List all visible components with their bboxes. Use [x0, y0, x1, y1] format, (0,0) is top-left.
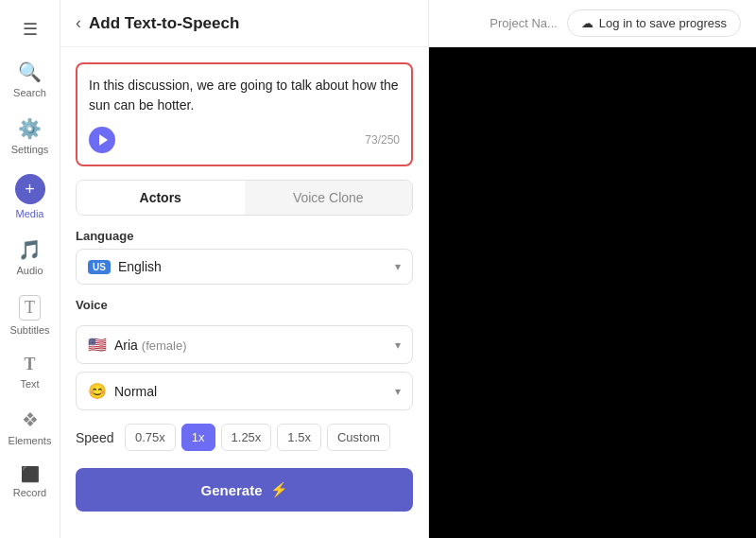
speed-btn-1x[interactable]: 1x: [181, 424, 215, 451]
sidebar-item-label: Record: [13, 487, 46, 498]
text-input-box[interactable]: In this discussion, we are going to talk…: [76, 62, 413, 166]
panel-content: In this discussion, we are going to talk…: [60, 47, 428, 527]
voice-name: Aria (female): [114, 338, 387, 353]
sidebar: ☰ 🔍 Search ⚙️ Settings + Media 🎵 Audio T…: [0, 0, 60, 538]
tone-dropdown[interactable]: 😊 Normal ▾: [76, 372, 413, 410]
panel-title: Add Text-to-Speech: [89, 14, 239, 33]
language-name: English: [118, 259, 387, 274]
right-panel: Project Na... ☁ Log in to save progress: [429, 0, 756, 538]
sidebar-item-subtitles[interactable]: T Subtitles: [0, 286, 60, 345]
speed-section: Speed 0.75x 1x 1.25x 1.5x Custom: [76, 424, 413, 451]
media-add-icon: +: [15, 174, 45, 204]
sidebar-item-label: Settings: [11, 144, 49, 155]
text-icon: T: [24, 355, 35, 374]
tone-chevron-icon: ▾: [395, 385, 401, 398]
speed-btn-custom[interactable]: Custom: [327, 424, 390, 451]
sidebar-item-label: Text: [20, 378, 39, 390]
settings-icon: ⚙️: [18, 117, 42, 140]
elements-icon: ❖: [22, 408, 39, 431]
tts-text[interactable]: In this discussion, we are going to talk…: [89, 76, 400, 115]
audio-icon: 🎵: [18, 238, 42, 261]
sidebar-item-settings[interactable]: ⚙️ Settings: [0, 108, 60, 165]
play-button[interactable]: [89, 127, 115, 153]
language-dropdown[interactable]: US English ▾: [76, 249, 413, 285]
panel-header: ‹ Add Text-to-Speech: [60, 0, 428, 47]
cloud-icon: ☁: [581, 16, 593, 30]
subtitles-icon: T: [19, 295, 41, 321]
sidebar-item-label: Subtitles: [9, 324, 49, 336]
voice-flag-icon: 🇺🇸: [88, 336, 107, 354]
sidebar-item-label: Media: [16, 208, 44, 219]
sidebar-item-elements[interactable]: ❖ Elements: [0, 399, 60, 456]
hamburger-icon[interactable]: ☰: [11, 8, 49, 51]
sidebar-item-label: Search: [13, 87, 46, 98]
tts-panel: ‹ Add Text-to-Speech In this discussion,…: [60, 0, 429, 538]
canvas-preview: [429, 47, 756, 538]
generate-button[interactable]: Generate ⚡: [76, 468, 413, 512]
language-label: Language: [76, 229, 413, 243]
sidebar-item-label: Audio: [16, 265, 43, 276]
speed-btn-15[interactable]: 1.5x: [277, 424, 321, 451]
speed-btn-125[interactable]: 1.25x: [221, 424, 272, 451]
tone-emoji-icon: 😊: [88, 382, 107, 400]
back-button[interactable]: ‹: [76, 13, 81, 33]
sidebar-item-text[interactable]: T Text: [0, 345, 60, 399]
generate-emoji-icon: ⚡: [270, 481, 288, 498]
tab-actors[interactable]: Actors: [77, 181, 245, 215]
speed-buttons: 0.75x 1x 1.25x 1.5x Custom: [125, 424, 390, 451]
generate-label: Generate: [200, 482, 262, 498]
tab-voice-clone[interactable]: Voice Clone: [245, 181, 413, 215]
language-section: Language US English ▾: [76, 229, 413, 285]
speed-btn-075[interactable]: 0.75x: [125, 424, 176, 451]
text-footer: 73/250: [89, 127, 400, 153]
speed-label: Speed: [76, 430, 115, 445]
sidebar-item-label: Elements: [9, 435, 52, 446]
language-chevron-icon: ▾: [395, 260, 401, 273]
sidebar-item-search[interactable]: 🔍 Search: [0, 51, 60, 108]
tab-group: Actors Voice Clone: [76, 180, 413, 216]
search-icon: 🔍: [18, 61, 42, 83]
language-flag: US: [88, 260, 111, 274]
login-label: Log in to save progress: [599, 16, 727, 30]
char-count: 73/250: [365, 133, 400, 147]
voice-label: Voice: [76, 298, 413, 312]
voice-section: Voice 🇺🇸 Aria (female) ▾ 😊 Normal ▾: [76, 298, 413, 410]
project-name: Project Na...: [490, 16, 558, 30]
sidebar-item-audio[interactable]: 🎵 Audio: [0, 229, 60, 286]
voice-chevron-icon: ▾: [395, 338, 401, 352]
sidebar-item-media[interactable]: + Media: [0, 165, 60, 229]
top-bar: Project Na... ☁ Log in to save progress: [429, 0, 756, 47]
tone-name: Normal: [114, 384, 387, 399]
login-button[interactable]: ☁ Log in to save progress: [567, 9, 741, 37]
voice-dropdown[interactable]: 🇺🇸 Aria (female) ▾: [76, 325, 413, 364]
record-icon: ⬛: [21, 465, 40, 483]
sidebar-item-record[interactable]: ⬛ Record: [0, 456, 60, 508]
